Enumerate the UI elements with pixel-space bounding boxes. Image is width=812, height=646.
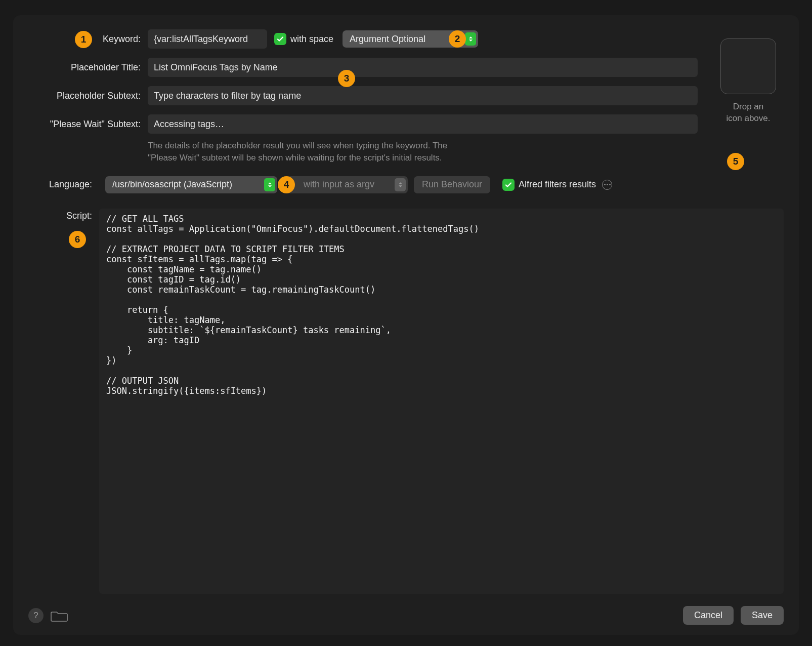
keyword-label: 1 Keyword: [28,34,148,45]
placeholder-title-label: Placeholder Title: [28,62,148,73]
more-options-icon[interactable] [602,180,612,190]
script-filter-config-window: 1 Keyword: with space Argument Optional … [13,15,799,635]
with-space-label: with space [290,34,333,45]
folder-icon [51,609,68,622]
run-behaviour-button[interactable]: Run Behaviour [414,176,490,193]
keyword-row: 1 Keyword: with space Argument Optional … [28,29,698,49]
with-space-checkbox[interactable] [274,33,286,45]
chevron-updown-icon [264,178,275,191]
alfred-filters-checkbox[interactable] [502,179,515,191]
script-label: Script: 6 [28,209,99,594]
bottom-toolbar: ? Cancel Save [28,606,784,625]
placeholder-title-input[interactable] [148,58,698,77]
please-wait-label: "Please Wait" Subtext: [28,119,148,130]
language-popup[interactable]: /usr/bin/osascript (JavaScript) [105,176,277,193]
help-button[interactable]: ? [28,608,44,623]
reveal-folder-button[interactable] [51,609,68,622]
placeholder-title-row: Placeholder Title: [28,58,698,77]
icon-drop-caption: Drop an icon above. [726,101,771,125]
alfred-filters-label: Alfred filters results [519,179,596,190]
placeholder-subtext-input[interactable] [148,86,698,105]
please-wait-row: "Please Wait" Subtext: [28,114,698,134]
chevron-updown-icon [465,32,476,46]
annotation-badge-5: 5 [727,153,744,170]
please-wait-input[interactable] [148,114,698,134]
cancel-button[interactable]: Cancel [683,606,734,625]
placeholder-subtext-row: 3 Placeholder Subtext: [28,86,698,105]
script-textarea[interactable]: // GET ALL TAGS const allTags = Applicat… [99,209,784,594]
keyword-input[interactable] [148,29,267,49]
chevron-updown-icon [395,178,406,191]
annotation-badge-3: 3 [338,70,355,87]
argument-mode-popup[interactable]: Argument Optional 2 [343,30,478,48]
input-mode-popup[interactable]: with input as argv [283,176,408,193]
annotation-badge-6: 6 [69,231,86,248]
script-row: Script: 6 // GET ALL TAGS const allTags … [28,209,784,594]
save-button[interactable]: Save [741,606,784,625]
language-label: Language: [28,179,99,190]
annotation-badge-4: 4 [278,176,295,193]
icon-drop-well[interactable] [720,38,776,94]
annotation-badge-2: 2 [449,30,466,48]
placeholder-help-text: The details of the placeholder result yo… [148,140,472,164]
placeholder-subtext-label: Placeholder Subtext: [28,91,148,101]
language-row: Language: /usr/bin/osascript (JavaScript… [28,176,784,193]
annotation-badge-1: 1 [75,31,92,48]
